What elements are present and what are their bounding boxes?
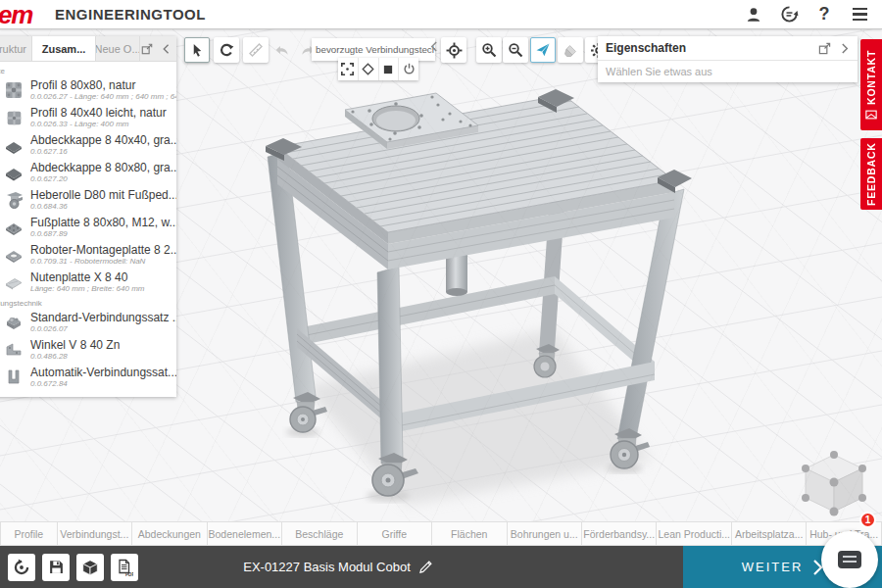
product-sub: 0.0.709.31 - Robotermodell: NaN xyxy=(30,257,176,266)
product-name: Nutenplatte X 8 40 xyxy=(30,271,145,285)
project-name[interactable]: EX-01227 Basis Modul Cobot xyxy=(243,560,411,574)
properties-placeholder: Wählen Sie etwas aus xyxy=(598,61,858,82)
feedback-tab[interactable]: FEEDBACK xyxy=(860,138,882,210)
pdf-export-icon[interactable]: PDF xyxy=(111,554,138,581)
app-window: item ENGINEERINGTOOL ? Struktur Zusam...… xyxy=(0,0,882,588)
products-panel: Struktur Zusam... Neue O... Produkte Pro… xyxy=(0,36,176,397)
product-sub: 0.0.687.89 xyxy=(30,229,176,238)
tab-neue[interactable]: Neue O... xyxy=(96,36,140,61)
tab-verbindungstechnik[interactable]: Verbindungst... xyxy=(58,521,132,546)
product-name: Heberolle D80 mit Fußped... xyxy=(30,189,176,203)
profile-80-thumbnail xyxy=(3,79,24,101)
list-item-nutenplatte[interactable]: Nutenplatte X 8 40Länge: 640 mm ; Breite… xyxy=(0,269,176,296)
properties-panel: Eigenschaften Wählen Sie etwas aus xyxy=(598,36,858,82)
footplate-thumbnail xyxy=(3,217,24,238)
menu-icon[interactable] xyxy=(849,4,870,25)
list-item-standard-verbindungssatz[interactable]: Standard-Verbindungssatz ...0.0.026.07 xyxy=(0,309,176,336)
profile-40-thumbnail xyxy=(3,107,24,128)
power-icon[interactable] xyxy=(399,58,418,80)
measure-icon[interactable] xyxy=(243,37,269,63)
popout-icon[interactable] xyxy=(141,43,153,55)
collapse-toolbar-icon[interactable] xyxy=(429,40,438,53)
center-view-icon[interactable] xyxy=(441,37,466,63)
product-name: Automatik-Verbindungssat... xyxy=(30,367,176,380)
list-item-abdeckkappe-40[interactable]: Abdeckkappe 8 40x40, gra...0.0.627.16 xyxy=(0,131,176,159)
collapse-left-icon[interactable] xyxy=(161,43,171,55)
tab-bohrungen[interactable]: Bohrungen u... xyxy=(508,521,582,546)
list-item-heberolle[interactable]: Heberolle D80 mit Fußped...0.0.684.36 xyxy=(0,186,176,214)
list-item-roboter-montageplatte[interactable]: Roboter-Montageplatte 8 2...0.0.709.31 -… xyxy=(0,241,176,269)
tab-griffe[interactable]: Griffe xyxy=(358,521,432,546)
product-name: Profil 8 40x40 leicht, natur xyxy=(30,107,167,121)
eraser-icon[interactable] xyxy=(558,37,583,63)
brand-logo[interactable]: item xyxy=(0,0,39,29)
auto-connector-thumbnail xyxy=(3,367,24,388)
navigation-cube[interactable] xyxy=(802,451,866,516)
fly-mode-icon[interactable] xyxy=(530,37,556,63)
tab-zusammenstellung[interactable]: Zusam... xyxy=(32,36,96,61)
kontakt-tab[interactable]: KONTAKT xyxy=(860,39,882,130)
section-label-produkte: Produkte xyxy=(0,64,176,76)
save-icon[interactable] xyxy=(42,554,70,581)
expand-right-icon[interactable] xyxy=(841,42,850,55)
zoom-in-icon[interactable] xyxy=(476,37,502,63)
edit-pencil-icon[interactable] xyxy=(418,560,433,574)
envelope-icon xyxy=(865,110,877,120)
product-sub: 0.0.026.27 - Länge: 640 mm ; 640 mm ; 64… xyxy=(30,92,176,101)
help-icon[interactable]: ? xyxy=(813,4,835,25)
product-sub: 0.0.486.28 xyxy=(30,352,120,361)
notification-badge[interactable]: 1 xyxy=(859,512,876,528)
roller-thumbnail xyxy=(3,189,24,211)
list-item-fussplatte[interactable]: Fußplatte 8 80x80, M12, w...0.0.687.89 xyxy=(0,214,176,241)
product-name: Profil 8 80x80, natur xyxy=(30,79,176,93)
product-name: Winkel V 8 40 Zn xyxy=(30,339,120,353)
product-sub: 0.0.627.20 xyxy=(30,174,176,183)
tab-beschlaege[interactable]: Beschläge xyxy=(282,521,357,546)
user-icon[interactable] xyxy=(743,4,764,25)
chat-widget: 1 xyxy=(817,519,874,576)
tab-struktur[interactable]: Struktur xyxy=(0,36,32,61)
category-tab-bar: Profile Verbindungst... Abdeckungen Bode… xyxy=(0,521,882,546)
list-item-abdeckkappe-80[interactable]: Abdeckkappe 8 80x80, gra...0.0.627.20 xyxy=(0,159,176,186)
tab-bodenelemente[interactable]: Bodenelemen... xyxy=(208,521,282,546)
weiter-label: WEITER xyxy=(742,560,804,574)
chat-button[interactable] xyxy=(821,531,878,588)
wireframe-icon[interactable] xyxy=(359,58,379,80)
product-name: Roboter-Montageplatte 8 2... xyxy=(30,244,176,258)
cap-thumbnail xyxy=(3,162,24,183)
header-bar: item ENGINEERINGTOOL ? xyxy=(0,0,882,29)
popout-icon[interactable] xyxy=(818,42,831,55)
support-icon[interactable] xyxy=(778,4,800,25)
reset-view-icon[interactable] xyxy=(214,37,239,63)
fit-screen-icon[interactable] xyxy=(338,58,359,80)
product-name: Standard-Verbindungssatz ... xyxy=(30,312,176,325)
zoom-out-icon[interactable] xyxy=(503,37,528,63)
product-sub: 0.0.026.07 xyxy=(30,324,176,333)
section-label-verbindungstechnik: Verbindungstechnik xyxy=(0,296,176,309)
list-item-winkel[interactable]: Winkel V 8 40 Zn0.0.486.28 xyxy=(0,336,176,364)
cube-icon[interactable] xyxy=(76,554,104,581)
undo-icon[interactable] xyxy=(269,37,294,63)
chat-bubble-icon xyxy=(838,551,861,568)
display-tools-strip xyxy=(338,58,418,80)
list-item-profil-40[interactable]: Profil 8 40x40 leicht, natur0.0.026.33 -… xyxy=(0,104,176,131)
robotplate-thumbnail xyxy=(3,244,24,266)
feedback-label: FEEDBACK xyxy=(865,142,877,206)
tab-abdeckungen[interactable]: Abdeckungen xyxy=(132,521,207,546)
list-item-profil-80[interactable]: Profil 8 80x80, natur0.0.026.27 - Länge:… xyxy=(0,76,176,104)
angle-thumbnail xyxy=(3,339,24,361)
tab-foerderbandsysteme[interactable]: Förderbandsy... xyxy=(582,521,657,546)
solid-icon[interactable] xyxy=(379,58,400,80)
tab-arbeitsplatzausstattung[interactable]: Arbeitsplatza... xyxy=(732,521,807,546)
tab-profile[interactable]: Profile xyxy=(0,521,58,546)
list-item-automatik-verbindungssatz[interactable]: Automatik-Verbindungssat...0.0.672.84 xyxy=(0,364,176,391)
product-name: Abdeckkappe 8 80x80, gra... xyxy=(30,162,176,175)
select-cursor-icon[interactable] xyxy=(184,37,210,63)
product-name: Abdeckkappe 8 40x40, gra... xyxy=(30,134,176,148)
tab-lean-production[interactable]: Lean Producti... xyxy=(657,521,731,546)
tab-flaechen[interactable]: Flächen xyxy=(432,521,507,546)
caster-right[interactable] xyxy=(611,428,650,468)
product-sub: 0.0.684.36 xyxy=(30,202,176,211)
product-sub: Länge: 640 mm ; Breite: 640 mm xyxy=(30,284,145,293)
restart-icon[interactable] xyxy=(8,554,35,581)
